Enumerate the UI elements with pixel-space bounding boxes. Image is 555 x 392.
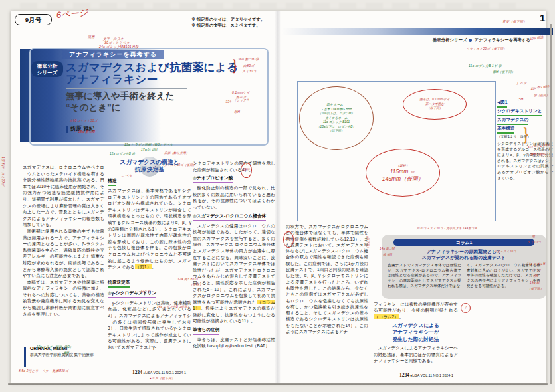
handwritten-cloud-dimensions: （最終）115mm ⇔145mm（仮同） [366,149,440,197]
series-banner: アナフィラキシーを再考する [62,50,164,59]
paragraph: スガマデクスは、基本骨格であるγ-シクロデキストリンとその同族であるチオプロピオ… [108,187,191,270]
footer-page-number: 1234 [132,369,142,375]
handwritten-cloud-naming: 図中 ネーム、・基本 11a M中G BBB（10a以下は、ロダンM） ・太くす… [299,86,374,150]
handwritten-note: 変更（仮下同） [502,19,526,23]
handwritten-note: ベタ＋スミ10ゴ [494,250,516,253]
handwritten-note: （仮下同） [528,287,544,290]
handwritten-note: スミ30ゴ [242,69,257,73]
circled-stamp: 19行 [283,231,294,248]
handwritten-note: ●ベタ（仮下同） [150,376,175,380]
figure-reference: （図1） [135,264,152,269]
paragraph: 筆者らは、皮膚テストと好塩基球活性化試験 basophil activation… [193,336,275,349]
handwritten-note: スミ10ゴ [527,240,541,244]
handwritten-note: 14a ロダンH [527,262,545,266]
handwritten-note: 14a ロダン分B（仮同） [157,305,191,308]
running-head: 徹底分析シリーズ アナフィラキシーを再考する [399,37,530,43]
paragraph: の双方で、スガマデクスがロクロニウムとの複合体ではなくても、単体で陽性を示す症例… [286,223,368,334]
handwritten-note: （仮同） [189,282,203,286]
scan-bottom-edge [8,383,548,385]
handwritten-note: 0.1mmケイ [232,90,250,94]
section-header-line2: 抗原決定基 [108,166,191,173]
subhead-thiopropionic-acid: ◎チオプロピオン酸 [193,175,275,183]
subhead-structure: 構造 [108,178,191,186]
right-column-1: の双方で、スガマデクスがロクロニウムとの複合体ではなくても、単体で陽性を示す症例… [286,223,368,334]
section-header: スガマデクスの構造と 抗原決定基 [108,159,191,173]
handwritten-note: 白30ゴ＋スミ30ゴ・文字白ヌキ 14a新ゴM [417,227,477,230]
article-title-line1: スガマデクスおよび抗菌薬による [66,62,239,74]
paragraph: スガマデクスによるアナフィラキシーへの対処法は、基本的にほかの物質によるアナフィ… [374,345,458,363]
handwritten-note: 白90ゴ＋スミ30ゴ [70,118,98,122]
handwritten-note: ← 緑ベタ [136,289,151,293]
issue-label-box: 9月号 [15,14,52,25]
center-fold [275,11,281,383]
handwritten-note: ⑬H（仮同） [530,153,548,156]
handwritten-note: 12a ロダン分B ㊿ [110,152,135,155]
footer-journal-info: ●LiSA VOL.11 NO.1 2024-1 [143,371,186,375]
handwritten-note: 17w詰 ㉕H [141,147,158,151]
handwritten-note: 10a ヒラギノ明朝（W3） [37,345,73,349]
handwritten-note: 流用 [88,35,94,39]
page-right-edge [550,24,552,384]
handwritten-note: 14a 新ゴM [380,247,395,250]
running-head-dot-icon [469,39,472,42]
article-title: スガマデクスおよび抗菌薬による アナフィラキシー [66,62,239,85]
subtitle-line1: 無事に導入や手術を終えた [66,90,175,102]
handwritten-note: 1字下げ・スミ20ゴ [1,157,5,186]
paragraph: 本稿では、スガマデクスや抗菌薬に特異的なアナフィラキシーの特徴に加え、それらへの… [23,279,104,318]
treatment-heading: スガマデクスによるアナフィラキシーが発生した際の対処法 [374,322,458,343]
paragraph: スガマデクスの使用はロクロニウムの投与が前提である。したがって、適切な量のスガマ… [193,223,275,325]
handwritten-note: 11a ロダン分B 1ゲ ㊿ [469,64,502,68]
handwritten-note: ← ベタ [220,345,231,349]
title-rule [66,88,187,89]
article-subtitle: 無事に導入や手術を終えた “そのとき”に [66,90,175,113]
subhead-our-cases: 筆者らの症例 [193,327,275,335]
running-head-title: アナフィラキシーを再考する [474,37,530,43]
handwritten-note: ⑬H（仮下同） [493,70,515,74]
page-number: 1 [540,12,545,23]
handwritten-note: ← ベタ [121,173,132,177]
paragraph: スガマデクスは、ロクロニウムやベクロニウムといったステロイド構造を有する非脱分極… [23,164,104,228]
series-badge: 徹底分析 シリーズ [31,61,63,77]
handwritten-note: （以下同） [366,234,370,250]
printer-note-1: ※ 指定外のケイは、アタリケイです。 [191,17,265,23]
circled-stamp: 了 [461,303,471,313]
handwritten-note: 扉罫（飾り共用） [164,151,189,155]
series-badge-line2: シリーズ [31,70,63,76]
figure-caption-label: ◀図1 [497,99,553,108]
printer-notes: ※ 指定外のケイは、アタリケイです。 ※ 指定外の文字は、スミベタです。 [191,17,265,28]
handwritten-cloud-border-rule: 囲みは、0.12mmケイ罫ベタで囲む（以下同） [403,89,467,120]
column2-reference: （コラム2） [374,314,399,319]
handwritten-note: ㊿（仮同） [534,94,550,97]
column-box-body-col1: 皮膚テストでスガマデクス単体では陰性だが、スガマデクス-ロクロニウム複合体では陽… [388,263,461,289]
left-column-2: スガマデクスの構造と 抗原決定基 構造 スガマデクスは、基本骨格であるγ-シクロ… [108,158,191,350]
right-page-footer: 1234 ●LiSA VOL.11 NO.1 2024-1 [399,372,453,378]
article-title-line2: アナフィラキシー [66,74,239,86]
author-bar [66,126,68,133]
handwritten-note: ㉑H [533,274,538,278]
handwritten-note: 〈5H [516,97,524,101]
column-box-body: 皮膚テストでスガマデクス単体では陰性だが、スガマデクス-ロクロニウム複合体では陽… [382,260,546,289]
subhead-complex: ◎スガマデクス-ロクロニウム複合体 [193,213,275,221]
handwritten-note: 地 [532,234,535,238]
credit-affiliation: 群馬大学医学部附属病院 集中治療部 [30,352,110,358]
left-page-footer: 1234 ●LiSA VOL.11 NO.1 2024-1 [132,369,186,375]
footer-page-number: 1234 [399,372,409,378]
paragraph: 酸化防止剤の構造の一部で見られ、比較的多くの製品に用いられていると思われるが、そ… [193,185,275,210]
scan-bleed-through [20,3,525,9]
paragraph: シクロデキストリンの双方で陽性を示した症例が報告されている4）。 [193,160,275,173]
paragraph: フィラキシーには複数の発症機序が存在する可能性があり、今後の解明が待たれる（コラ… [374,301,458,320]
handwritten-brace: ｝ [521,122,540,147]
subtitle-line2: “そのとき”に [66,102,175,113]
handwritten-note: 19w 締 [530,281,540,284]
column-box-body-col2: く、スガマデクス-ロクロニウム複合体も検査対象に含めたほうがよい。スガマデクス単… [467,263,540,289]
handwritten-note: ⑬H [64,351,69,355]
left-column-3: シクロデキストリンの双方で陽性を示した症例が報告されている4）。 ◎チオプロピオ… [193,160,275,349]
left-column-1: スガマデクスは、ロクロニウムやベクロニウムといったステロイド構造を有する非脱分極… [23,164,104,317]
handwritten-note: 24a ゴシックMB101 H㊿ [99,45,138,49]
circled-stamp: 29行 [241,163,252,178]
handwritten-note: ㉔H [234,110,240,114]
section-header-line1: スガマデクスの構造と [108,159,191,166]
credit-bar [24,347,26,367]
handwritten-note: 〜 15a 新ゴM [74,130,95,134]
column-box-header: コラム1 [393,239,534,246]
